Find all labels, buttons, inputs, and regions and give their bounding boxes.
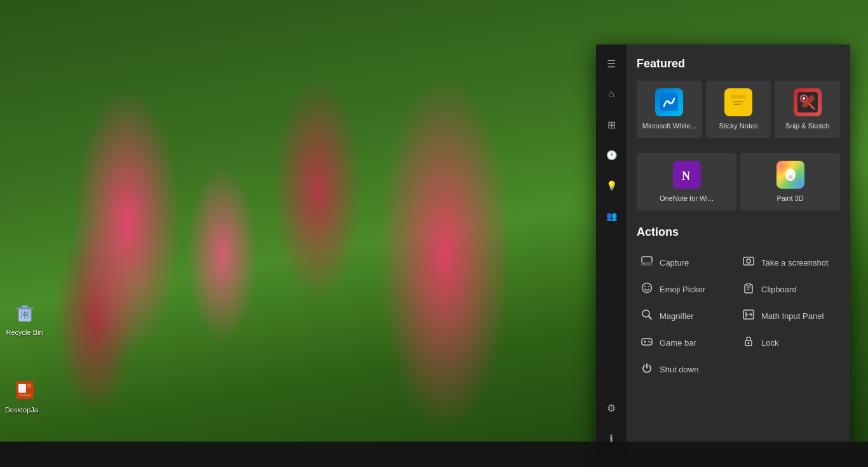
sidebar-home[interactable]: ⌂	[599, 81, 624, 107]
microsoft-whiteboard-label: Microsoft White...	[642, 121, 696, 130]
svg-rect-28	[743, 257, 754, 265]
onenote-icon: N	[673, 161, 701, 189]
svg-point-20	[803, 97, 805, 100]
onenote-label: OneNote for Wi...	[660, 194, 714, 203]
svg-text:♻: ♻	[22, 311, 27, 318]
action-take-screenshot[interactable]: Take a screenshot	[738, 249, 840, 276]
shut-down-label: Shut down	[660, 365, 698, 374]
clipboard-label: Clipboard	[761, 285, 797, 294]
sticky-notes-label: Sticky Notes	[719, 121, 757, 130]
lock-icon	[742, 335, 755, 349]
take-screenshot-icon	[742, 255, 755, 269]
sidebar-people[interactable]: 👥	[599, 203, 624, 229]
app-tile-sticky-notes[interactable]: Sticky Notes	[706, 81, 771, 138]
desktop-jam-icon[interactable]: DesktopJa...	[1, 375, 48, 417]
svg-rect-8	[18, 384, 26, 393]
svg-point-27	[643, 263, 644, 264]
svg-rect-15	[733, 101, 743, 102]
featured-heading: Featured	[637, 57, 840, 71]
shut-down-icon	[641, 362, 653, 376]
svg-point-46	[649, 342, 651, 343]
action-capture[interactable]: Capture	[637, 249, 738, 276]
app-tile-onenote[interactable]: N OneNote for Wi...	[637, 153, 736, 210]
sidebar-recent[interactable]: 🕐	[599, 142, 624, 168]
svg-point-31	[644, 286, 646, 287]
capture-icon	[641, 255, 653, 269]
recycle-bin-icon[interactable]: ♻ Recycle Bin	[1, 297, 48, 339]
svg-point-48	[748, 342, 750, 344]
start-menu: ☰ ⌂ ⊞ 🕐 💡 👥 ⚙ ℹ Featured	[596, 44, 850, 457]
action-emoji-picker[interactable]: Emoji Picker	[637, 276, 738, 302]
desktop-jam-label: DesktopJa...	[5, 405, 44, 414]
action-shut-down[interactable]: Shut down	[637, 356, 738, 382]
math-input-icon	[742, 309, 755, 323]
featured-apps-grid-row2: N OneNote for Wi...	[637, 153, 840, 210]
svg-point-32	[648, 286, 649, 287]
action-lock[interactable]: Lock	[738, 329, 840, 356]
svg-line-38	[649, 316, 652, 320]
svg-rect-42	[642, 339, 652, 345]
math-input-panel-label: Math Input Panel	[761, 311, 824, 321]
snip-sketch-icon	[794, 88, 822, 116]
svg-point-30	[642, 283, 652, 293]
lock-label: Lock	[761, 338, 778, 348]
sidebar-settings[interactable]: ⚙	[599, 395, 624, 421]
svg-rect-26	[641, 262, 653, 266]
recycle-bin-image: ♻	[12, 300, 37, 325]
emoji-picker-label: Emoji Picker	[660, 285, 705, 294]
app-tile-microsoft-whiteboard[interactable]: Microsoft White...	[637, 81, 702, 138]
snip-sketch-label: Snip & Sketch	[785, 121, 829, 130]
emoji-icon	[641, 282, 653, 296]
svg-rect-9	[27, 384, 31, 388]
app-tile-paint3d[interactable]: Paint 3D	[740, 153, 840, 210]
microsoft-whiteboard-icon	[655, 88, 683, 116]
sidebar-tips[interactable]: 💡	[599, 173, 624, 198]
start-menu-content: Featured Microsoft White...	[627, 44, 850, 457]
desktop-jam-image	[12, 377, 37, 403]
recycle-bin-label: Recycle Bin	[6, 328, 43, 337]
paint3d-icon	[776, 161, 804, 189]
svg-rect-2	[16, 308, 34, 309]
capture-label: Capture	[660, 258, 689, 267]
action-math-input-panel[interactable]: Math Input Panel	[738, 302, 840, 329]
svg-point-29	[747, 259, 750, 263]
start-menu-sidebar: ☰ ⌂ ⊞ 🕐 💡 👥 ⚙ ℹ	[596, 44, 627, 457]
action-clipboard[interactable]: Clipboard	[738, 276, 840, 302]
svg-text:N: N	[682, 170, 690, 182]
magnifier-icon	[641, 309, 653, 323]
sticky-notes-icon	[724, 88, 752, 116]
sidebar-apps[interactable]: ⊞	[599, 112, 624, 137]
actions-grid: Capture Take a screenshot	[637, 249, 840, 382]
svg-rect-14	[731, 95, 746, 98]
app-tile-snip-sketch[interactable]: Snip & Sketch	[775, 81, 840, 138]
sidebar-hamburger[interactable]: ☰	[599, 51, 624, 76]
svg-rect-10	[18, 394, 31, 396]
take-screenshot-label: Take a screenshot	[761, 258, 829, 267]
game-bar-icon	[641, 335, 653, 349]
svg-rect-34	[747, 283, 750, 286]
actions-heading: Actions	[637, 226, 840, 239]
action-magnifier[interactable]: Magnifier	[637, 302, 738, 329]
taskbar	[0, 442, 868, 467]
svg-rect-16	[733, 104, 741, 105]
action-game-bar[interactable]: Game bar	[637, 329, 738, 356]
svg-point-45	[648, 341, 649, 342]
clipboard-icon	[742, 282, 755, 296]
svg-point-12	[668, 101, 670, 104]
paint3d-label: Paint 3D	[776, 194, 803, 203]
magnifier-label: Magnifier	[660, 311, 693, 321]
featured-apps-grid: Microsoft White... Sticky Notes	[637, 81, 840, 138]
game-bar-label: Game bar	[660, 338, 696, 348]
